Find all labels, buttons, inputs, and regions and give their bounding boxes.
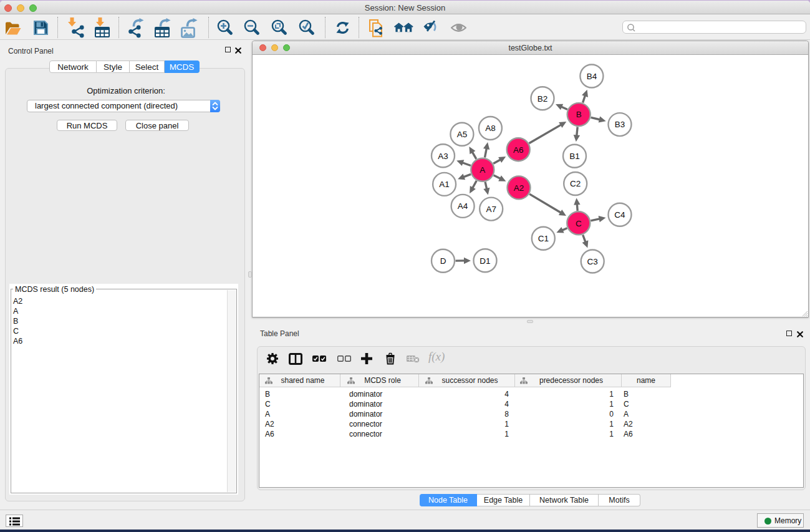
svg-text:C: C (576, 218, 582, 228)
svg-text:B: B (576, 110, 582, 119)
svg-text:A1: A1 (439, 180, 450, 189)
svg-text:B1: B1 (569, 152, 580, 161)
svg-text:C2: C2 (570, 179, 581, 188)
svg-text:C3: C3 (587, 256, 598, 266)
svg-text:A8: A8 (485, 123, 496, 133)
svg-text:D: D (440, 256, 446, 266)
svg-text:B3: B3 (615, 120, 625, 129)
svg-text:B2: B2 (538, 94, 548, 103)
svg-text:A: A (480, 165, 485, 175)
svg-text:C1: C1 (538, 234, 549, 243)
svg-text:D1: D1 (480, 256, 490, 265)
svg-text:A6: A6 (513, 145, 524, 154)
svg-text:C4: C4 (614, 210, 625, 220)
svg-text:B4: B4 (587, 71, 597, 80)
svg-text:A5: A5 (457, 130, 468, 139)
svg-text:A4: A4 (458, 201, 468, 211)
svg-text:A7: A7 (486, 204, 496, 213)
svg-text:A3: A3 (438, 151, 448, 160)
svg-text:A2: A2 (514, 183, 524, 192)
